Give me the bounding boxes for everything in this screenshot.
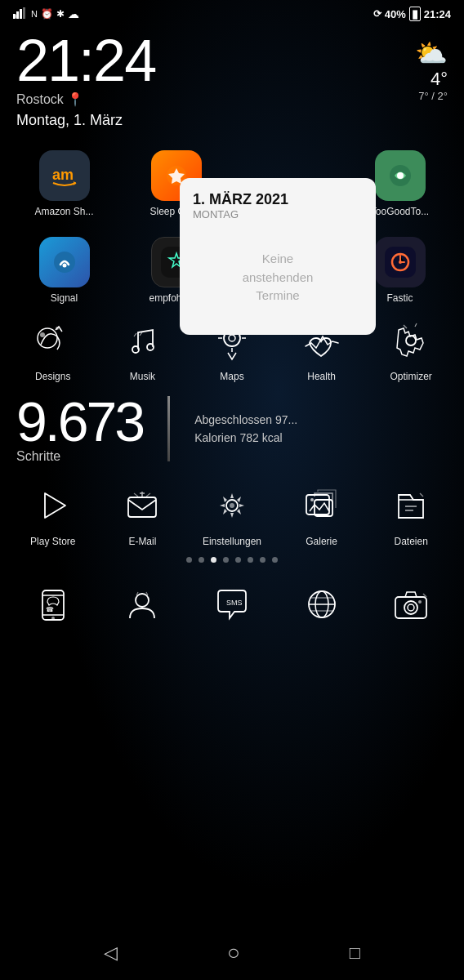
app-playstore[interactable]: Play Store xyxy=(16,480,90,547)
nav-bar: ◁ ○ □ xyxy=(0,929,464,980)
app-camera[interactable] xyxy=(374,579,448,635)
app-musik[interactable]: Musik xyxy=(105,315,179,382)
weather-temp: 4° xyxy=(415,69,448,90)
status-left: 46 N ⏰ ✱ ☁ xyxy=(13,7,79,20)
dateien-label: Dateien xyxy=(394,536,427,547)
phone-icon: ☎ xyxy=(28,579,78,630)
svg-point-48 xyxy=(418,600,422,604)
app-galerie[interactable]: Galerie xyxy=(285,480,359,547)
browser-icon xyxy=(297,579,347,630)
svg-point-10 xyxy=(62,264,66,268)
svg-point-18 xyxy=(132,346,139,353)
playstore-icon xyxy=(28,480,78,531)
dot-2[interactable] xyxy=(199,557,204,563)
svg-point-47 xyxy=(408,604,414,611)
designs-label: Designs xyxy=(35,371,70,382)
svg-point-19 xyxy=(147,344,154,350)
sms-icon: SMS xyxy=(207,579,257,630)
dot-4[interactable] xyxy=(223,557,229,563)
maps-label: Maps xyxy=(220,371,243,382)
svg-rect-3 xyxy=(23,7,25,19)
dock-row: Play Store E-Mail Einstellungen xyxy=(0,472,464,552)
calendar-day: MONTAG xyxy=(193,208,363,220)
clock-location: Rostock 📍 xyxy=(16,91,155,107)
dot-7[interactable] xyxy=(260,557,265,563)
clock-status: 21:24 xyxy=(424,8,451,20)
clock-section: 21:24 Rostock 📍 Montag, 1. März ⛅ 4° 7° … xyxy=(0,24,464,129)
svg-point-21 xyxy=(229,335,235,341)
svg-point-46 xyxy=(404,601,417,614)
app-email[interactable]: E-Mail xyxy=(105,480,179,547)
svg-text:am: am xyxy=(52,167,74,183)
app-contacts[interactable] xyxy=(105,579,179,635)
fastic-label: Fastic xyxy=(386,292,413,304)
svg-point-14 xyxy=(399,261,402,264)
dot-6[interactable] xyxy=(248,557,253,563)
app-designs[interactable]: Designs xyxy=(16,315,90,382)
app-optimizer[interactable]: Optimizer xyxy=(374,315,448,382)
fastic-icon xyxy=(375,237,426,287)
svg-point-16 xyxy=(40,332,45,337)
svg-point-32 xyxy=(310,498,314,501)
galerie-label: Galerie xyxy=(306,536,337,547)
dot-8[interactable] xyxy=(272,557,278,563)
playstore-label: Play Store xyxy=(30,536,75,547)
fitness-widget[interactable]: 9.673 Schritte Abgeschlossen 97... Kalor… xyxy=(16,394,448,464)
email-icon xyxy=(117,480,167,531)
optimizer-icon xyxy=(386,315,436,366)
app-amazon[interactable]: am Amazon Sh... xyxy=(28,150,101,217)
app-phone[interactable]: ☎ xyxy=(16,579,90,635)
designs-icon xyxy=(28,315,78,366)
page-dots xyxy=(0,552,464,568)
svg-text:SMS: SMS xyxy=(226,599,243,607)
weather-widget: ⛅ 4° 7° / 2° xyxy=(415,31,448,102)
health-label: Health xyxy=(307,371,336,382)
back-button[interactable]: ◁ xyxy=(104,942,118,964)
clock-time: 21:24 xyxy=(16,31,155,90)
battery-percent: 40% xyxy=(385,8,406,20)
svg-rect-27 xyxy=(128,497,156,517)
svg-point-15 xyxy=(38,328,57,348)
recent-button[interactable]: □ xyxy=(350,942,360,964)
app-dateien[interactable]: Dateien xyxy=(374,480,448,547)
galerie-icon xyxy=(297,480,347,531)
svg-point-36 xyxy=(51,617,55,620)
toogood-label: TooGoodTo... xyxy=(371,206,429,217)
dot-1[interactable] xyxy=(186,557,192,563)
camera-icon xyxy=(386,579,436,630)
svg-text:46: 46 xyxy=(13,14,18,19)
musik-icon xyxy=(117,315,167,366)
svg-rect-45 xyxy=(395,597,426,618)
signal-label: Signal xyxy=(51,292,78,304)
toogood-icon xyxy=(375,150,426,201)
bluetooth-icon: ✱ xyxy=(56,8,65,20)
settings-icon xyxy=(207,480,257,531)
calendar-date: 1. MÄRZ 2021 xyxy=(193,191,363,208)
status-bar: 46 N ⏰ ✱ ☁ ⟳ 40% ▮ 21:24 xyxy=(0,0,464,24)
amazon-icon: am xyxy=(39,150,90,201)
svg-point-8 xyxy=(397,172,404,179)
dateien-icon xyxy=(386,480,436,531)
app-settings[interactable]: Einstellungen xyxy=(195,480,269,547)
svg-point-17 xyxy=(56,327,59,330)
settings-label: Einstellungen xyxy=(203,536,261,547)
app-sms[interactable]: SMS xyxy=(195,579,269,635)
bottom-row: ☎ SMS xyxy=(0,568,464,641)
app-browser[interactable] xyxy=(285,579,359,635)
cloud-icon: ☁ xyxy=(68,7,79,20)
kalorien-stat: Kalorien 782 kcal xyxy=(194,431,297,444)
status-right: ⟳ 40% ▮ 21:24 xyxy=(373,7,451,21)
calendar-popup[interactable]: 1. MÄRZ 2021 MONTAG KeineanstehendenTerm… xyxy=(180,178,376,335)
abgeschlossen-stat: Abgeschlossen 97... xyxy=(194,413,297,426)
svg-text:☎: ☎ xyxy=(46,606,54,613)
svg-point-26 xyxy=(406,336,416,345)
rotate-icon: ⟳ xyxy=(373,8,381,20)
nfc-icon: N xyxy=(31,9,38,19)
calendar-empty: KeineanstehendenTermine xyxy=(193,234,363,322)
dot-3[interactable] xyxy=(211,557,216,563)
dot-5[interactable] xyxy=(235,557,241,563)
email-label: E-Mail xyxy=(128,536,156,547)
app-signal[interactable]: Signal xyxy=(28,237,101,304)
home-button[interactable]: ○ xyxy=(227,940,240,965)
optimizer-label: Optimizer xyxy=(390,371,432,382)
